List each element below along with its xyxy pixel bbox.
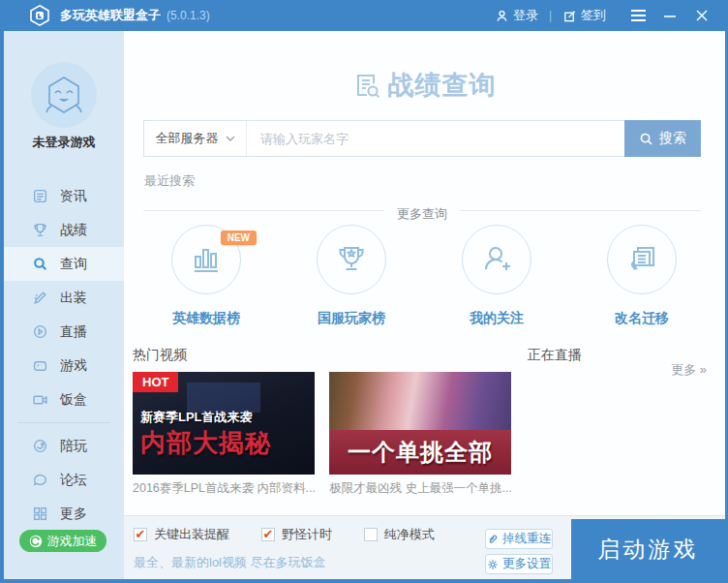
recent-search-label: 最近搜索 <box>144 172 195 190</box>
sidebar-menu: 资讯 战绩 查询 出装 直播 游戏 <box>4 179 124 531</box>
signin-button[interactable]: 签到 <box>562 7 606 24</box>
sidebar-item-label: 陪玩 <box>60 438 87 455</box>
checkbox-build-reminder[interactable]: ✔ 关键出装提醒 <box>134 526 229 543</box>
page-title: 战绩查询 <box>388 68 497 103</box>
live-now-header: 正在直播 <box>528 347 582 364</box>
sidebar-item-label: 饭盒 <box>60 391 87 409</box>
video2-title-band: 一个单挑全部 <box>329 430 511 475</box>
page-header: 战绩查询 <box>124 68 725 103</box>
app-title: 多玩英雄联盟盒子 <box>60 7 161 24</box>
trophy-icon <box>32 222 48 238</box>
sidebar-item-label: 更多 <box>60 506 87 523</box>
settings-label: 更多设置 <box>502 556 551 572</box>
options-row: ✔ 关键出装提醒 ✔ 野怪计时 ✔ 纯净模式 <box>134 526 435 543</box>
game-boost-button[interactable]: 游戏加速 <box>19 530 106 552</box>
more-settings-button[interactable]: 更多设置 <box>485 554 553 574</box>
edit-icon <box>562 9 577 23</box>
checkbox-box[interactable]: ✔ <box>134 528 147 541</box>
avatar-label: 未登录游戏 <box>4 134 124 151</box>
companion-icon <box>32 438 48 454</box>
bottombar: ✔ 关键出装提醒 ✔ 野怪计时 ✔ 纯净模式 最全、最新的lol视频 尽在多玩饭… <box>124 515 725 579</box>
reconnect-label: 掉线重连 <box>502 531 551 547</box>
pencil-icon <box>32 290 48 306</box>
quick-link-rename-migrate[interactable]: 改名迁移 <box>569 225 714 327</box>
video1-title: 内部大揭秘 <box>140 426 271 460</box>
search-button-label: 搜索 <box>659 130 686 147</box>
video-caption-2[interactable]: 极限才最凶残 史上最强一个单挑... <box>329 480 511 497</box>
sidebar-item-label: 战绩 <box>60 222 87 239</box>
grid-icon <box>32 506 48 522</box>
more-link[interactable]: 更多 » <box>671 361 707 379</box>
video-thumbnail-1[interactable]: HOT 新赛季LPL首战来袭 内部大揭秘 <box>133 372 315 475</box>
video-thumbnail-2[interactable]: 一个单挑全部 <box>329 372 511 475</box>
checkbox-label: 纯净模式 <box>384 526 435 543</box>
video-caption-1[interactable]: 2016赛季LPL首战来袭 内部资料... <box>133 480 315 497</box>
news-icon <box>32 188 48 204</box>
sidebar-item-more[interactable]: 更多 <box>4 497 124 531</box>
checkbox-box[interactable]: ✔ <box>261 528 275 541</box>
searchbar: 全部服务器 搜索 <box>143 120 701 157</box>
boost-label: 游戏加速 <box>47 533 98 550</box>
link-icon <box>487 534 499 545</box>
titlebar: 多玩英雄联盟盒子 (5.0.1.3) 登录 | 签到 <box>0 0 728 31</box>
checkbox-box[interactable]: ✔ <box>364 528 378 541</box>
sidebar-item-query[interactable]: 查询 <box>4 247 124 281</box>
sidebar-item-label: 出装 <box>60 290 87 307</box>
more-query-divider: 更多查询 <box>143 201 701 211</box>
sidebar-item-forum[interactable]: 论坛 <box>4 463 124 497</box>
new-badge: NEW <box>221 230 257 245</box>
search-icon <box>32 256 48 272</box>
app-logo-icon <box>28 4 51 27</box>
close-button[interactable] <box>689 5 714 26</box>
server-select[interactable]: 全部服务器 <box>144 121 247 156</box>
main-content: 战绩查询 全部服务器 搜索 最近搜索 更多查询 NEW 英雄数据榜 <box>124 31 725 579</box>
titlebar-separator: | <box>549 9 552 22</box>
search-button[interactable]: 搜索 <box>624 120 701 157</box>
launch-game-button[interactable]: 启动游戏 <box>571 519 725 579</box>
more-query-label: 更多查询 <box>384 206 460 221</box>
record-search-icon <box>353 72 380 99</box>
quick-links: NEW 英雄数据榜 国服玩家榜 我的关注 改名迁移 <box>134 225 714 327</box>
play-circle-icon <box>32 323 48 340</box>
sidebar-item-news[interactable]: 资讯 <box>4 179 124 213</box>
video-camera-icon <box>32 391 48 408</box>
avatar[interactable] <box>31 62 97 128</box>
sidebar-item-companion[interactable]: 陪玩 <box>4 429 124 463</box>
sidebar-item-lunchbox[interactable]: 饭盒 <box>4 383 124 416</box>
minimize-button[interactable] <box>657 5 682 26</box>
documents-arrow-icon <box>622 240 661 279</box>
checkbox-jungle-timer[interactable]: ✔ 野怪计时 <box>261 526 332 543</box>
sidebar-divider <box>17 422 110 423</box>
server-select-value: 全部服务器 <box>156 130 219 147</box>
sidebar-item-label: 查询 <box>60 256 87 273</box>
close-icon <box>695 9 709 22</box>
checkbox-label: 关键出装提醒 <box>154 526 229 543</box>
app-version: (5.0.1.3) <box>167 9 210 22</box>
gear-icon <box>487 559 499 570</box>
video2-title: 一个单挑全部 <box>348 437 493 468</box>
video1-subtitle: 新赛季LPL首战来袭 <box>140 409 253 426</box>
reconnect-button[interactable]: 掉线重连 <box>485 529 553 549</box>
quick-link-hero-stats[interactable]: NEW 英雄数据榜 <box>134 225 279 327</box>
minimize-icon <box>663 9 677 22</box>
player-name-input[interactable] <box>247 121 624 156</box>
quick-link-player-ranking[interactable]: 国服玩家榜 <box>279 225 424 327</box>
quick-link-label: 国服玩家榜 <box>318 310 385 327</box>
quick-link-label: 英雄数据榜 <box>172 310 240 327</box>
boost-icon <box>29 535 43 548</box>
bar-chart-icon <box>187 240 226 279</box>
menu-button[interactable] <box>625 5 651 26</box>
sidebar-item-builds[interactable]: 出装 <box>4 281 124 315</box>
checkbox-clean-mode[interactable]: ✔ 纯净模式 <box>364 526 435 543</box>
checkbox-label: 野怪计时 <box>282 526 332 543</box>
sidebar-item-label: 资讯 <box>60 188 87 205</box>
app-window: 多玩英雄联盟盒子 (5.0.1.3) 登录 | 签到 <box>0 0 728 583</box>
promo-text: 最全、最新的lol视频 尽在多玩饭盒 <box>134 554 326 571</box>
sidebar-item-games[interactable]: 游戏 <box>4 349 124 383</box>
sidebar-item-records[interactable]: 战绩 <box>4 213 124 247</box>
login-label: 登录 <box>513 7 538 24</box>
login-button[interactable]: 登录 <box>495 7 538 24</box>
sidebar-item-live[interactable]: 直播 <box>4 315 124 349</box>
quick-link-my-follows[interactable]: 我的关注 <box>424 225 569 327</box>
sidebar-item-label: 直播 <box>60 323 87 341</box>
